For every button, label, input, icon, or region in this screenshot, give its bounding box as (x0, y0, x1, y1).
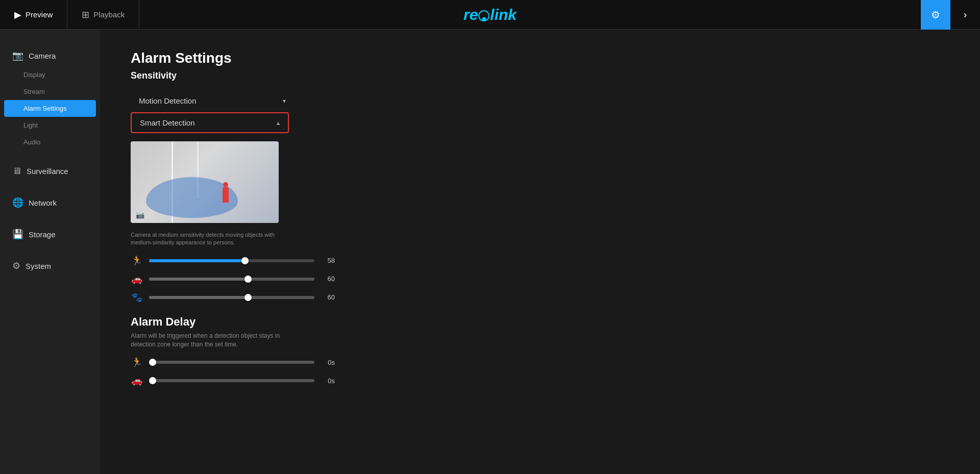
network-section: 🌐 Network (0, 187, 100, 218)
main-content: Alarm Settings Sensitivity Motion Detect… (100, 30, 980, 474)
preview-label: Preview (26, 10, 53, 19)
vehicle-delay-slider-row: 🚗 0s (131, 375, 335, 386)
sidebar-surveillance-label: Surveillance (27, 167, 68, 176)
person-slider-row: 🏃 58 (131, 255, 335, 266)
vehicle-slider-row: 🚗 60 (131, 273, 335, 285)
sidebar: 📷 Camera Display Stream Alarm Settings L… (0, 30, 100, 474)
chevron-down-icon: ▾ (283, 97, 286, 105)
person-delay-icon: 🏃 (131, 357, 143, 368)
sidebar-system-header[interactable]: ⚙ System (0, 255, 100, 277)
person-delay-slider-track[interactable] (149, 361, 314, 364)
sidebar-network-header[interactable]: 🌐 Network (0, 192, 100, 213)
alarm-settings-label: Alarm Settings (23, 105, 67, 112)
system-section: ⚙ System (0, 250, 100, 282)
person-slider-track[interactable] (149, 259, 314, 262)
vehicle-delay-slider-track[interactable] (149, 379, 314, 382)
preview-caption: Camera at medium sensitivity detects mov… (131, 231, 279, 247)
sidebar-item-alarm-settings[interactable]: Alarm Settings (4, 100, 96, 117)
pet-slider-fill (149, 296, 248, 299)
sidebar-storage-label: Storage (29, 230, 56, 239)
sidebar-network-label: Network (29, 198, 57, 207)
sidebar-item-light[interactable]: Light (0, 117, 100, 134)
vehicle-delay-value: 0s (321, 377, 335, 385)
playback-label: Playback (93, 10, 125, 19)
storage-section: 💾 Storage (0, 218, 100, 250)
camera-icon: 📷 (12, 50, 23, 61)
sidebar-camera-label: Camera (29, 52, 56, 60)
system-icon: ⚙ (12, 260, 20, 271)
light-label: Light (23, 121, 38, 129)
pet-icon: 🐾 (131, 292, 143, 303)
network-icon: 🌐 (12, 197, 23, 208)
exit-button[interactable]: › (950, 0, 980, 30)
topbar: ▶ Preview ⊞ Playback relink ⚙ › (0, 0, 980, 30)
layout: 📷 Camera Display Stream Alarm Settings L… (0, 30, 980, 474)
playback-icon: ⊞ (82, 9, 89, 20)
display-label: Display (23, 71, 45, 79)
alarm-delay-title: Alarm Delay (131, 315, 949, 329)
page-title: Alarm Settings (131, 50, 949, 66)
preview-background: 📷 (131, 141, 279, 223)
sensitivity-subtitle: Sensitivity (131, 70, 949, 81)
smart-detection-row[interactable]: Smart Detection ▴ (131, 112, 289, 133)
surveillance-icon: 🖥 (12, 166, 21, 177)
playback-button[interactable]: ⊞ Playback (67, 0, 139, 30)
sidebar-surveillance-header[interactable]: 🖥 Surveillance (0, 161, 100, 182)
person-delay-slider-row: 🏃 0s (131, 357, 335, 368)
gear-icon: ⚙ (931, 9, 940, 21)
topbar-right: ⚙ › (921, 0, 980, 30)
audio-label: Audio (23, 138, 40, 146)
settings-icon-button[interactable]: ⚙ (921, 0, 950, 30)
sidebar-item-stream[interactable]: Stream (0, 83, 100, 100)
vehicle-delay-slider-thumb[interactable] (149, 377, 156, 384)
sidebar-storage-header[interactable]: 💾 Storage (0, 223, 100, 245)
motion-detection-row[interactable]: Motion Detection ▾ (131, 91, 294, 110)
preview-button[interactable]: ▶ Preview (0, 0, 67, 30)
logo: relink (463, 5, 517, 24)
detection-preview-image: 📷 (131, 141, 279, 223)
sidebar-item-audio[interactable]: Audio (0, 134, 100, 151)
preview-icon: ▶ (14, 9, 21, 20)
arrow-right-icon: › (964, 9, 967, 20)
pet-slider-value: 60 (321, 293, 335, 301)
sidebar-item-display[interactable]: Display (0, 66, 100, 83)
storage-icon: 💾 (12, 229, 23, 240)
vehicle-slider-thumb[interactable] (244, 276, 252, 283)
camera-indicator-icon: 📷 (136, 211, 144, 219)
person-slider-thumb[interactable] (241, 257, 249, 264)
vehicle-slider-fill (149, 278, 248, 281)
preview-person (223, 187, 229, 203)
motion-detection-label: Motion Detection (139, 96, 197, 105)
vehicle-delay-icon: 🚗 (131, 375, 143, 386)
person-run-icon: 🏃 (131, 255, 143, 266)
surveillance-section: 🖥 Surveillance (0, 156, 100, 187)
vehicle-slider-track[interactable] (149, 278, 314, 281)
vehicle-icon: 🚗 (131, 273, 143, 285)
person-delay-slider-thumb[interactable] (149, 359, 156, 366)
chevron-up-icon: ▴ (277, 119, 280, 127)
smart-detection-label: Smart Detection (140, 118, 195, 127)
alarm-delay-description: Alarm will be triggered when a detection… (131, 332, 294, 349)
vehicle-slider-value: 60 (321, 275, 335, 283)
topbar-nav: ▶ Preview ⊞ Playback (0, 0, 139, 30)
person-slider-value: 58 (321, 257, 335, 264)
sidebar-camera-header[interactable]: 📷 Camera (0, 45, 100, 66)
pet-slider-row: 🐾 60 (131, 292, 335, 303)
pet-slider-track[interactable] (149, 296, 314, 299)
camera-section: 📷 Camera Display Stream Alarm Settings L… (0, 40, 100, 156)
stream-label: Stream (23, 88, 45, 95)
pet-slider-thumb[interactable] (244, 294, 252, 301)
person-delay-value: 0s (321, 359, 335, 366)
person-slider-fill (149, 259, 245, 262)
sidebar-system-label: System (26, 262, 51, 270)
